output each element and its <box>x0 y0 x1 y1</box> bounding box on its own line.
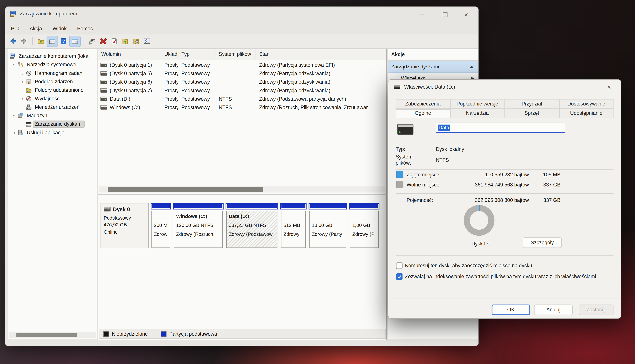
tab-dostosowywanie[interactable]: Dostosowywanie <box>559 99 613 108</box>
clock-icon <box>26 70 33 76</box>
tab-row-front: Ogólne Narzędzia Sprzęt Udostępnianie <box>396 108 614 118</box>
compress-checkbox-label: Kompresuj ten dysk, aby zaoszczędzić mie… <box>405 263 603 268</box>
disk0-info-box[interactable]: Dysk 0 Podstawowy 476,92 GB Online <box>100 203 149 248</box>
partition-color-band <box>309 203 347 210</box>
back-icon[interactable] <box>8 36 18 46</box>
tab-ogolne[interactable]: Ogólne <box>396 108 450 118</box>
type-value: Dysk lokalny <box>436 146 464 152</box>
free-space-color-swatch <box>396 181 403 188</box>
tree-item-root[interactable]: Zarządzanie komputerem (lokal <box>8 52 97 60</box>
capacity-bytes: 362 095 308 800 bajtów <box>464 198 529 203</box>
delete-icon[interactable] <box>98 36 108 46</box>
details-button[interactable]: Szczegóły <box>523 237 561 248</box>
tree-item-podglad-zdarzen[interactable]: › Podgląd zdarzeń <box>8 77 97 86</box>
tree-item-uslugi-i-aplikacje[interactable]: › Usługi i aplikacje <box>8 128 97 136</box>
forward-icon[interactable] <box>19 36 29 46</box>
tree-item-label: Foldery udostępnione <box>33 87 85 93</box>
volume-row[interactable]: (Dysk 0 partycja 5) Prosty Podstawowy Zd… <box>98 69 386 78</box>
tree-item-narzedzia-systemowe[interactable]: › Narzędzia systemowe <box>8 60 97 69</box>
tab-zabezpieczenia[interactable]: Zabezpieczenia <box>396 99 450 108</box>
scrollbar-thumb[interactable] <box>108 187 263 192</box>
tree-item-foldery-udostepnione[interactable]: › Foldery udostępnione <box>8 86 97 94</box>
scrollbar-thumb[interactable] <box>16 333 77 337</box>
services-icon <box>18 130 25 135</box>
partition-windows-c[interactable]: Windows (C:) 120,00 GB NTFS Zdrowy (Rozr… <box>173 203 224 248</box>
volume-row[interactable]: (Dysk 0 partycja 6) Prosty Podstawowy Zd… <box>98 78 386 86</box>
check-volume-icon[interactable] <box>109 36 119 46</box>
tab-udostepnianie[interactable]: Udostępnianie <box>559 108 613 118</box>
menu-akcja[interactable]: Akcja <box>30 26 42 32</box>
volume-label-input[interactable]: Data <box>436 122 565 133</box>
indexing-checkbox[interactable] <box>396 274 402 280</box>
menu-pomoc[interactable]: Pomoc <box>77 26 93 32</box>
tree-item-zarzadzanie-dyskami[interactable]: Zarządzanie dyskami <box>8 120 97 128</box>
volume-row-data-d[interactable]: Data (D:) Prosty Podstawowy NTFS Zdrowy … <box>98 94 386 103</box>
partition-efi[interactable]: 200 M Zdrow <box>151 203 171 248</box>
column-header-stan[interactable]: Stan <box>256 49 386 59</box>
app-icon <box>10 11 17 18</box>
toolbar-separator <box>84 37 84 46</box>
close-button[interactable]: × <box>458 9 474 20</box>
tree-item-harmonogram-zadan[interactable]: › Harmonogram zadań <box>8 69 97 77</box>
tree-item-menedzer-urzadzen[interactable]: Menedżer urządzeń <box>8 103 97 111</box>
disk-icon <box>104 207 111 212</box>
cancel-button[interactable]: Anuluj <box>534 304 573 315</box>
partition-18gb[interactable]: 18,00 GB Zdrowy (Party <box>309 203 347 248</box>
volume-row[interactable]: (Dysk 0 partycja 7) Prosty Podstawowy Zd… <box>98 86 386 94</box>
legend-bar: Nieprzydzielone Partycja podstawowa <box>99 329 385 339</box>
partition-512mb[interactable]: 512 MB Zdrowy <box>280 203 307 248</box>
folder-search-icon[interactable] <box>131 36 141 46</box>
dialog-close-icon[interactable]: × <box>603 82 615 92</box>
tree-horizontal-scrollbar[interactable] <box>9 332 96 338</box>
partition-1gb[interactable]: 1,00 GB Zdrowy (P <box>349 203 379 248</box>
column-header-system-plikow[interactable]: System plików <box>216 49 256 59</box>
tree-item-label: Menedżer urządzeń <box>33 104 81 110</box>
device-manager-icon <box>26 104 33 110</box>
console-tree-toggle-icon[interactable] <box>47 36 58 47</box>
dialog-titlebar: Właściwości: Data (D:) <box>394 84 455 90</box>
disk-usage-donut-chart <box>464 205 495 236</box>
column-header-wolumin[interactable]: Wolumin <box>98 49 161 59</box>
tab-poprzednie-wersje[interactable]: Poprzednie wersje <box>450 99 505 108</box>
partition-color-band <box>349 203 379 210</box>
action-pane-toggle-icon[interactable] <box>69 36 81 47</box>
volume-icon <box>101 71 107 76</box>
ok-button[interactable]: OK <box>492 304 530 315</box>
volume-row[interactable]: (Dysk 0 partycja 1) Prosty Podstawowy Zd… <box>98 60 386 69</box>
tree-item-magazyn[interactable]: › Magazyn <box>8 111 97 120</box>
actions-item-disk-management[interactable]: Zarządzanie dyskami <box>388 60 478 73</box>
tab-narzedzia[interactable]: Narzędzia <box>450 108 505 118</box>
volume-horizontal-scrollbar[interactable] <box>99 186 385 192</box>
compress-checkbox[interactable] <box>396 262 402 269</box>
tree-item-label: Zarządzanie komputerem (lokal <box>17 53 91 59</box>
tab-przydzial[interactable]: Przydział <box>505 99 559 108</box>
window-title: Zarządzanie komputerem <box>20 11 77 16</box>
disk0-type: Podstawowy <box>104 214 145 222</box>
tree-item-label: Magazyn <box>25 112 49 119</box>
capacity-label: Pojemność: <box>407 198 433 203</box>
rescan-disks-icon[interactable] <box>87 36 98 46</box>
tree-item-label: Harmonogram zadań <box>33 70 84 76</box>
legend-color-primary <box>161 331 166 337</box>
apply-button[interactable]: Zastosuj <box>579 304 613 315</box>
volume-row-windows-c[interactable]: Windows (C:) Prosty Podstawowy NTFS Zdro… <box>98 103 386 112</box>
filesystem-label: System plików: <box>396 154 418 166</box>
up-level-folder-icon[interactable] <box>36 36 46 46</box>
tree-item-wydajnosc[interactable]: › Wydajność <box>8 94 97 103</box>
partition-data-d-selected[interactable]: Data (D:) 337,23 GB NTFS Zdrowy (Podstaw… <box>226 203 278 248</box>
column-header-uklad[interactable]: Układ <box>161 49 178 59</box>
menu-plik[interactable]: Plik <box>11 26 19 32</box>
photographed-screen: Zarządzanie komputerem × Plik Akcja Wido… <box>0 0 635 364</box>
column-header-typ[interactable]: Typ <box>178 49 216 59</box>
folder-up-icon[interactable] <box>120 36 130 46</box>
disk0-size: 476,92 GB <box>104 222 145 229</box>
footer-divider <box>388 298 621 298</box>
collapse-chevron-icon[interactable] <box>470 65 474 68</box>
properties-list-icon[interactable] <box>142 36 152 46</box>
tree-item-label: Wydajność <box>33 95 61 102</box>
minimize-button[interactable] <box>413 9 430 20</box>
tab-sprzet[interactable]: Sprzęt <box>505 108 559 118</box>
menu-widok[interactable]: Widok <box>53 26 67 32</box>
maximize-button[interactable] <box>437 9 453 20</box>
help-icon[interactable]: ? <box>58 36 69 46</box>
